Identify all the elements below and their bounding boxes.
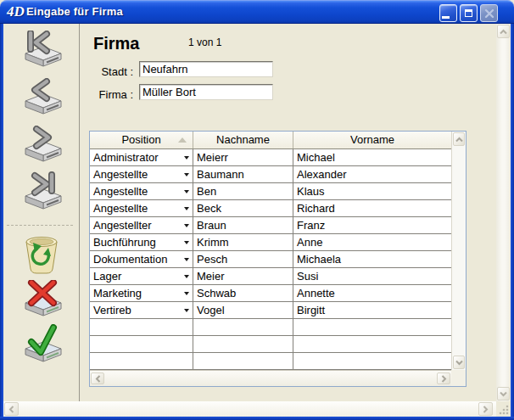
nachname-cell[interactable] [193, 353, 293, 369]
chevron-up-icon [455, 137, 463, 143]
minimize-button[interactable] [439, 4, 457, 22]
table-row: Angestellte Beck Richard [90, 200, 451, 217]
cancel-record-button[interactable] [19, 280, 66, 319]
position-cell[interactable]: Administrator [90, 149, 193, 165]
vorname-cell[interactable] [293, 353, 451, 369]
dropdown-arrow-icon[interactable] [184, 207, 189, 210]
next-record-button[interactable] [19, 126, 66, 165]
table-scroll-left-button[interactable] [91, 372, 104, 384]
dropdown-arrow-icon[interactable] [184, 173, 189, 176]
nachname-cell[interactable]: Vogel [193, 302, 293, 318]
resize-grip[interactable] [496, 401, 511, 417]
delete-record-button[interactable] [20, 234, 63, 275]
table-scrollbar-corner [451, 370, 466, 386]
vorname-cell[interactable]: Susi [293, 268, 451, 284]
dropdown-arrow-icon[interactable] [184, 241, 189, 244]
vorname-cell[interactable] [293, 336, 451, 352]
window-scroll-left-button[interactable] [4, 402, 19, 416]
nachname-cell[interactable]: Pesch [193, 251, 293, 267]
chevron-right-icon [483, 406, 489, 413]
vorname-cell[interactable]: Annette [293, 285, 451, 301]
vorname-cell[interactable]: Franz [293, 217, 451, 233]
sidebar-separator [7, 225, 73, 226]
vorname-cell[interactable]: Michaela [293, 251, 451, 267]
accept-record-icon [19, 324, 66, 365]
firma-field[interactable] [139, 84, 273, 100]
position-cell[interactable]: Angestellte [90, 183, 193, 199]
title-bar[interactable]: 4D Eingabe für Firma [0, 0, 514, 24]
first-record-button[interactable] [19, 31, 66, 70]
close-button[interactable] [480, 4, 498, 22]
nachname-cell[interactable]: Ben [193, 183, 293, 199]
nachname-cell[interactable]: Beck [193, 200, 293, 216]
dropdown-arrow-icon[interactable] [184, 156, 189, 160]
table-row: Angestellte Ben Klaus [90, 183, 451, 200]
vorname-cell[interactable]: Alexander [293, 166, 451, 182]
nachname-cell[interactable]: Meierr [193, 149, 293, 165]
table-scroll-down-button[interactable] [453, 356, 465, 369]
dropdown-arrow-icon[interactable] [184, 292, 189, 295]
table-vscrollbar[interactable] [451, 132, 466, 370]
maximize-button[interactable] [460, 4, 478, 22]
nachname-cell[interactable]: Schwab [193, 285, 293, 301]
window-hscrollbar[interactable] [3, 401, 496, 417]
table-row: Marketing Schwab Annette [90, 285, 451, 302]
window-vscrollbar[interactable] [496, 24, 511, 401]
window-scroll-up-button[interactable] [497, 25, 510, 38]
dropdown-arrow-icon[interactable] [184, 258, 189, 261]
nachname-cell[interactable]: Meier [193, 268, 293, 284]
vorname-cell[interactable]: Klaus [293, 183, 451, 199]
vorname-cell[interactable]: Richard [293, 200, 451, 216]
table-row-empty [90, 336, 451, 353]
previous-record-button[interactable] [19, 78, 66, 117]
accept-record-button[interactable] [19, 324, 66, 365]
position-cell[interactable]: Marketing [90, 285, 193, 301]
chevron-right-icon [441, 375, 447, 383]
position-cell[interactable] [90, 319, 193, 335]
window-scroll-down-button[interactable] [497, 387, 510, 400]
vorname-cell[interactable]: Michael [293, 149, 451, 165]
dropdown-arrow-icon[interactable] [184, 275, 189, 278]
position-cell[interactable]: Angestellte [90, 166, 193, 182]
dropdown-arrow-icon[interactable] [184, 190, 189, 193]
column-header-nachname[interactable]: Nachname [193, 132, 293, 148]
vorname-cell[interactable]: Birgitt [293, 302, 451, 318]
minimize-icon [442, 16, 450, 19]
stadt-field[interactable] [139, 61, 273, 77]
maximize-icon [465, 9, 472, 17]
sort-ascending-icon [178, 137, 187, 143]
vorname-cell[interactable]: Anne [293, 234, 451, 250]
cancel-record-icon [19, 280, 66, 319]
last-record-button[interactable] [19, 171, 66, 212]
nachname-cell[interactable]: Baumann [193, 166, 293, 182]
next-record-icon [19, 126, 66, 165]
position-cell[interactable]: Angestellte [90, 200, 193, 216]
column-header-vorname[interactable]: Vorname [293, 132, 451, 148]
chevron-down-icon [455, 360, 463, 366]
position-cell[interactable]: Buchführung [90, 234, 193, 250]
window-scroll-right-button[interactable] [478, 402, 493, 416]
chevron-left-icon [95, 375, 101, 383]
position-cell[interactable] [90, 353, 193, 369]
window-border-left [0, 24, 3, 420]
table-scroll-right-button[interactable] [437, 372, 450, 384]
last-record-icon [19, 171, 66, 212]
nachname-cell[interactable]: Krimm [193, 234, 293, 250]
table-scroll-up-button[interactable] [453, 132, 465, 146]
table-hscrollbar[interactable] [90, 370, 451, 386]
position-cell[interactable]: Angestellter [90, 217, 193, 233]
table-header-row: Position Nachname Vorname [90, 132, 451, 149]
position-cell[interactable]: Dokumentation [90, 251, 193, 267]
nachname-cell[interactable] [193, 319, 293, 335]
column-header-position[interactable]: Position [90, 132, 193, 148]
vorname-cell[interactable] [293, 319, 451, 335]
table-row-empty [90, 319, 451, 336]
position-cell[interactable]: Vertireb [90, 302, 193, 318]
nachname-cell[interactable]: Braun [193, 217, 293, 233]
position-cell[interactable] [90, 336, 193, 352]
position-cell[interactable]: Lager [90, 268, 193, 284]
dropdown-arrow-icon[interactable] [184, 224, 189, 227]
dropdown-arrow-icon[interactable] [184, 309, 189, 312]
nachname-cell[interactable] [193, 336, 293, 352]
position-value: Lager [93, 270, 121, 283]
